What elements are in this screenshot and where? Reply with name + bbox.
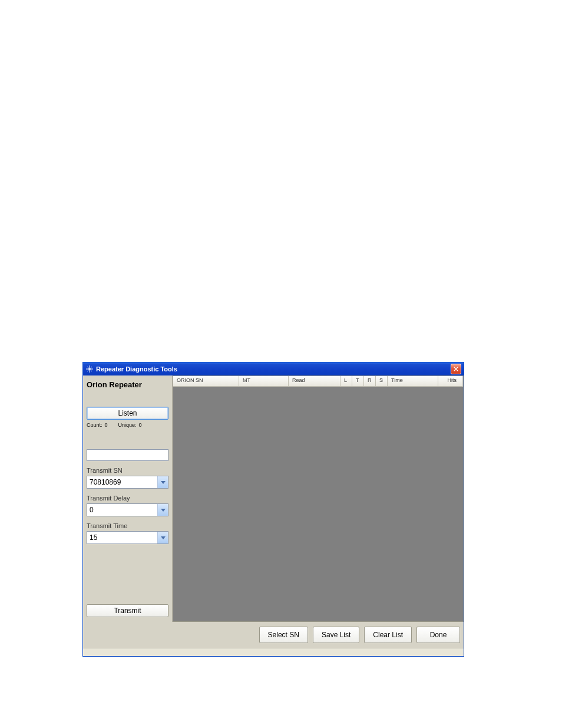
window: Repeater Diagnostic Tools Orion Repeater… (82, 362, 464, 657)
chevron-down-icon[interactable] (157, 476, 168, 488)
unique-value: 0 (139, 422, 142, 428)
select-sn-button[interactable]: Select SN (259, 627, 308, 643)
search-input[interactable] (87, 449, 168, 461)
listview-body[interactable] (173, 387, 463, 621)
close-button[interactable] (451, 364, 461, 374)
column-t[interactable]: T (352, 376, 364, 386)
column-time[interactable]: Time (388, 376, 438, 386)
column-mt[interactable]: MT (239, 376, 289, 386)
sidebar-title: Orion Repeater (87, 380, 168, 389)
count-label: Count: (87, 422, 103, 428)
titlebar[interactable]: Repeater Diagnostic Tools (83, 363, 464, 375)
transmit-sn-input[interactable] (87, 476, 168, 489)
transmit-delay-input[interactable] (87, 503, 168, 516)
clear-list-button[interactable]: Clear List (364, 627, 412, 643)
chevron-down-icon[interactable] (157, 504, 168, 516)
listview: ORION SN MT Read L T R S Time Hits (173, 375, 464, 622)
column-l[interactable]: L (340, 376, 352, 386)
unique-label: Unique: (118, 422, 137, 428)
transmit-delay-combo[interactable] (87, 503, 168, 516)
bottom-bar: Select SN Save List Clear List Done (83, 622, 464, 648)
transmit-time-input[interactable] (87, 531, 168, 544)
statusbar (83, 648, 464, 656)
sidebar: Orion Repeater Listen Count:0 Unique:0 T… (83, 375, 173, 622)
transmit-sn-combo[interactable] (87, 476, 168, 489)
column-orion-sn[interactable]: ORION SN (173, 376, 239, 386)
listview-header: ORION SN MT Read L T R S Time Hits (173, 376, 463, 387)
main-area: Orion Repeater Listen Count:0 Unique:0 T… (83, 375, 464, 622)
listen-button[interactable]: Listen (87, 407, 168, 420)
chevron-down-icon[interactable] (157, 532, 168, 543)
transmit-time-combo[interactable] (87, 531, 168, 544)
column-read[interactable]: Read (289, 376, 340, 386)
app-icon (85, 365, 94, 373)
client-area: Orion Repeater Listen Count:0 Unique:0 T… (83, 375, 464, 656)
transmit-time-label: Transmit Time (87, 522, 168, 529)
save-list-button[interactable]: Save List (313, 627, 359, 643)
column-hits[interactable]: Hits (438, 376, 463, 386)
column-r[interactable]: R (364, 376, 376, 386)
window-title: Repeater Diagnostic Tools (96, 365, 451, 373)
count-value: 0 (105, 422, 108, 428)
counts-row: Count:0 Unique:0 (87, 422, 168, 428)
column-s[interactable]: S (376, 376, 388, 386)
transmit-button[interactable]: Transmit (87, 604, 168, 617)
done-button[interactable]: Done (416, 627, 460, 643)
transmit-delay-label: Transmit Delay (87, 495, 168, 502)
transmit-sn-label: Transmit SN (87, 467, 168, 474)
